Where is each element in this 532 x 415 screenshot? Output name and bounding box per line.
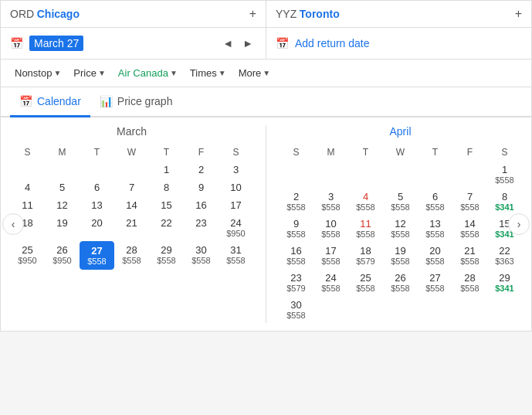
march-day-4[interactable]: 4 bbox=[10, 179, 45, 196]
march-day-30[interactable]: 30$558 bbox=[184, 241, 219, 270]
april-day-10[interactable]: 10$558 bbox=[313, 215, 348, 242]
april-day-2[interactable]: 2$558 bbox=[279, 188, 313, 215]
tab-price-graph[interactable]: 📊 Price graph bbox=[90, 87, 182, 117]
day-num: 31 bbox=[220, 244, 252, 256]
march-day-10[interactable]: 10 bbox=[219, 179, 253, 196]
april-day-12[interactable]: 12$558 bbox=[383, 215, 418, 242]
tab-calendar[interactable]: 📅 Calendar bbox=[10, 87, 90, 117]
day-num: 9 bbox=[185, 182, 217, 193]
april-day-25[interactable]: 25$558 bbox=[348, 269, 383, 296]
april-day-1[interactable]: 1$558 bbox=[487, 161, 522, 188]
day-num: 2 bbox=[185, 164, 217, 175]
march-day-21[interactable]: 21 bbox=[114, 214, 149, 241]
march-day-22[interactable]: 22 bbox=[149, 214, 184, 241]
day-num: 26 bbox=[46, 244, 78, 256]
april-day-22[interactable]: 22$363 bbox=[487, 242, 522, 269]
march-day-12[interactable]: 12 bbox=[45, 196, 80, 214]
march-day-27[interactable]: 27$558 bbox=[80, 241, 114, 270]
april-day-4[interactable]: 4$558 bbox=[348, 188, 383, 215]
origin-plus[interactable]: + bbox=[249, 7, 256, 21]
april-day-24[interactable]: 24$558 bbox=[313, 269, 348, 296]
day-num: 26 bbox=[385, 272, 416, 284]
day-num: 20 bbox=[419, 245, 451, 257]
march-day-6[interactable]: 6 bbox=[80, 179, 114, 196]
april-day-9[interactable]: 9$558 bbox=[279, 215, 313, 242]
april-day-29[interactable]: 29$341 bbox=[487, 269, 522, 296]
april-day-23[interactable]: 23$579 bbox=[279, 269, 313, 296]
day-price: $558 bbox=[185, 256, 217, 265]
march-day-20[interactable]: 20 bbox=[80, 214, 114, 241]
april-day-21[interactable]: 21$558 bbox=[452, 242, 487, 269]
price-graph-tab-icon: 📊 bbox=[100, 95, 113, 107]
day-num: 4 bbox=[12, 182, 43, 193]
calendar-prev-arrow[interactable]: ‹ bbox=[2, 213, 24, 235]
calendar-area: ‹ March S M T W T F S 1 2 3 bbox=[1, 117, 531, 331]
calendar-next-arrow[interactable]: › bbox=[508, 213, 530, 235]
march-day-13[interactable]: 13 bbox=[80, 196, 114, 214]
march-day-3[interactable]: 3 bbox=[219, 161, 253, 179]
filter-airline[interactable]: Air Canada ▼ bbox=[114, 64, 182, 82]
march-days: 1 2 3 4 5 6 7 8 9 10 11 12 13 14 15 16 1… bbox=[10, 161, 253, 270]
march-day-15[interactable]: 15 bbox=[149, 196, 184, 214]
day-num: 17 bbox=[315, 245, 347, 257]
april-day-11[interactable]: 11$558 bbox=[348, 215, 383, 242]
march-day-23[interactable]: 23 bbox=[184, 214, 219, 241]
origin-label: ORD Chicago bbox=[10, 8, 80, 20]
day-price: $363 bbox=[489, 257, 520, 266]
march-day-16[interactable]: 16 bbox=[184, 196, 219, 214]
day-price: $558 bbox=[315, 202, 347, 212]
march-day-17[interactable]: 17 bbox=[219, 196, 253, 214]
day-num: 23 bbox=[185, 217, 217, 229]
filter-nonstop[interactable]: Nonstop ▼ bbox=[10, 64, 66, 82]
filter-price[interactable]: Price ▼ bbox=[69, 64, 110, 82]
march-day-14[interactable]: 14 bbox=[114, 196, 149, 214]
march-day-28[interactable]: 28$558 bbox=[114, 241, 149, 270]
march-day-24[interactable]: 24$950 bbox=[219, 214, 253, 241]
march-day-25[interactable]: 25$950 bbox=[10, 241, 45, 270]
march-day-26[interactable]: 26$950 bbox=[45, 241, 80, 270]
april-day-27[interactable]: 27$558 bbox=[418, 269, 452, 296]
april-day-6[interactable]: 6$558 bbox=[418, 188, 452, 215]
departure-date-cell[interactable]: 📅 March 27 ◄ ► bbox=[1, 28, 266, 59]
april-day-16[interactable]: 16$558 bbox=[279, 242, 313, 269]
april-day-3[interactable]: 3$558 bbox=[313, 188, 348, 215]
date-next[interactable]: ► bbox=[239, 36, 256, 51]
day-cell bbox=[348, 296, 383, 323]
march-day-29[interactable]: 29$558 bbox=[149, 241, 184, 270]
filter-more[interactable]: More ▼ bbox=[234, 64, 276, 82]
march-header-s1: S bbox=[10, 144, 45, 161]
filter-times[interactable]: Times ▼ bbox=[185, 64, 231, 82]
day-price: $558 bbox=[280, 257, 312, 266]
april-day-18[interactable]: 18$579 bbox=[348, 242, 383, 269]
march-day-19[interactable]: 19 bbox=[45, 214, 80, 241]
day-price: $558 bbox=[280, 311, 312, 320]
day-cell bbox=[80, 161, 114, 179]
april-day-8[interactable]: 8$341 bbox=[487, 188, 522, 215]
march-day-8[interactable]: 8 bbox=[149, 179, 184, 196]
april-day-5[interactable]: 5$558 bbox=[383, 188, 418, 215]
add-return-link[interactable]: Add return date bbox=[295, 37, 370, 49]
march-day-9[interactable]: 9 bbox=[184, 179, 219, 196]
march-day-1[interactable]: 1 bbox=[149, 161, 184, 179]
destination-airport[interactable]: YYZ Toronto + bbox=[266, 1, 531, 27]
return-date-cell[interactable]: 📅 Add return date bbox=[266, 28, 531, 59]
march-day-7[interactable]: 7 bbox=[114, 179, 149, 196]
march-day-11[interactable]: 11 bbox=[10, 196, 45, 214]
march-calendar: March S M T W T F S 1 2 3 4 5 bbox=[1, 125, 263, 323]
march-day-31[interactable]: 31$558 bbox=[219, 241, 253, 270]
origin-airport[interactable]: ORD Chicago + bbox=[1, 1, 266, 27]
april-day-7[interactable]: 7$558 bbox=[452, 188, 487, 215]
march-day-5[interactable]: 5 bbox=[45, 179, 80, 196]
april-day-13[interactable]: 13$558 bbox=[418, 215, 452, 242]
april-day-28[interactable]: 28$558 bbox=[452, 269, 487, 296]
april-day-17[interactable]: 17$558 bbox=[313, 242, 348, 269]
april-day-20[interactable]: 20$558 bbox=[418, 242, 452, 269]
date-prev[interactable]: ◄ bbox=[219, 36, 236, 51]
filter-row: Nonstop ▼ Price ▼ Air Canada ▼ Times ▼ M… bbox=[1, 60, 531, 87]
april-day-30[interactable]: 30$558 bbox=[279, 296, 313, 323]
april-day-19[interactable]: 19$558 bbox=[383, 242, 418, 269]
destination-plus[interactable]: + bbox=[515, 7, 522, 21]
april-day-26[interactable]: 26$558 bbox=[383, 269, 418, 296]
april-day-14[interactable]: 14$558 bbox=[452, 215, 487, 242]
march-day-2[interactable]: 2 bbox=[184, 161, 219, 179]
